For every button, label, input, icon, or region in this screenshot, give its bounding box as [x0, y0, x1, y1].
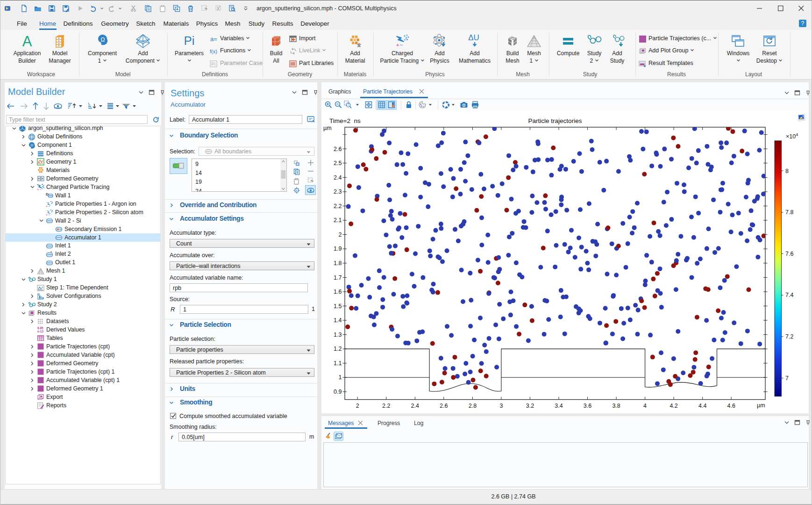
svg-text:8.85: 8.85	[37, 326, 43, 330]
svg-text:−: −	[40, 188, 42, 191]
svg-text:*: *	[50, 251, 52, 254]
svg-text:−: −	[48, 213, 50, 216]
svg-text:4: 4	[643, 403, 647, 409]
svg-text:1.1: 1.1	[334, 360, 342, 367]
svg-text:1.2: 1.2	[334, 346, 342, 352]
svg-text:3.4: 3.4	[555, 403, 563, 409]
svg-text:Time=2 ns: Time=2 ns	[329, 117, 361, 124]
svg-text:Pi: Pi	[211, 62, 215, 67]
svg-text:e-12: e-12	[37, 330, 43, 333]
svg-text:3: 3	[499, 403, 503, 409]
svg-text:8: 8	[785, 168, 789, 174]
svg-text:2.3: 2.3	[334, 188, 342, 195]
svg-text:7: 7	[785, 375, 789, 382]
svg-text:−: −	[399, 42, 403, 48]
svg-text:2.6: 2.6	[440, 403, 448, 409]
svg-text:4.2: 4.2	[670, 403, 677, 409]
svg-text:ΔU: ΔU	[468, 34, 479, 42]
svg-text:3.6: 3.6	[584, 403, 591, 409]
svg-text:1.5: 1.5	[334, 303, 342, 310]
svg-text:1.9: 1.9	[334, 245, 342, 252]
svg-text:2.2: 2.2	[334, 203, 342, 209]
svg-text:µm: µm	[757, 402, 765, 409]
svg-text:+: +	[396, 42, 399, 48]
svg-text:2: 2	[356, 403, 359, 409]
svg-text:+: +	[46, 205, 48, 208]
svg-text:−: −	[48, 205, 50, 208]
svg-text:1.4: 1.4	[334, 317, 342, 324]
svg-text:Pi: Pi	[184, 34, 194, 48]
svg-text:4.6: 4.6	[727, 403, 735, 409]
svg-text:7.8: 7.8	[785, 209, 793, 216]
svg-text:0.9: 0.9	[334, 389, 342, 395]
svg-text:2.1: 2.1	[334, 217, 342, 224]
svg-text:1: 1	[339, 374, 342, 381]
svg-text:2.2: 2.2	[382, 403, 390, 409]
svg-text:1.7: 1.7	[334, 274, 342, 281]
svg-text:2.4: 2.4	[411, 403, 419, 409]
svg-text:+: +	[46, 213, 48, 216]
svg-text:A: A	[22, 34, 32, 49]
svg-text:2.4: 2.4	[334, 174, 342, 181]
svg-text:2.8: 2.8	[469, 403, 477, 409]
svg-text:2.5: 2.5	[334, 160, 342, 166]
svg-text:Particle trajectories: Particle trajectories	[528, 117, 582, 124]
svg-text:a=: a=	[210, 36, 217, 43]
svg-text:1.3: 1.3	[334, 332, 342, 338]
svg-text:4.4: 4.4	[698, 403, 706, 409]
svg-text:2: 2	[339, 231, 342, 238]
svg-text:7.6: 7.6	[785, 251, 793, 257]
svg-text:µm: µm	[323, 125, 332, 131]
svg-text:Ω: Ω	[30, 143, 33, 147]
svg-text:1.6: 1.6	[334, 289, 342, 295]
svg-text:×10: ×10	[786, 133, 796, 140]
svg-text:7.4: 7.4	[785, 292, 793, 298]
svg-text:2.6: 2.6	[334, 146, 342, 152]
svg-text:4: 4	[796, 132, 798, 137]
svg-text:+: +	[37, 188, 39, 191]
svg-text:3.8: 3.8	[612, 403, 620, 409]
svg-text:7.2: 7.2	[785, 333, 793, 340]
svg-text:f(x): f(x)	[210, 49, 217, 54]
svg-text:1.8: 1.8	[334, 260, 342, 267]
svg-text:3.2: 3.2	[526, 403, 534, 409]
svg-text:Ω: Ω	[101, 36, 105, 43]
